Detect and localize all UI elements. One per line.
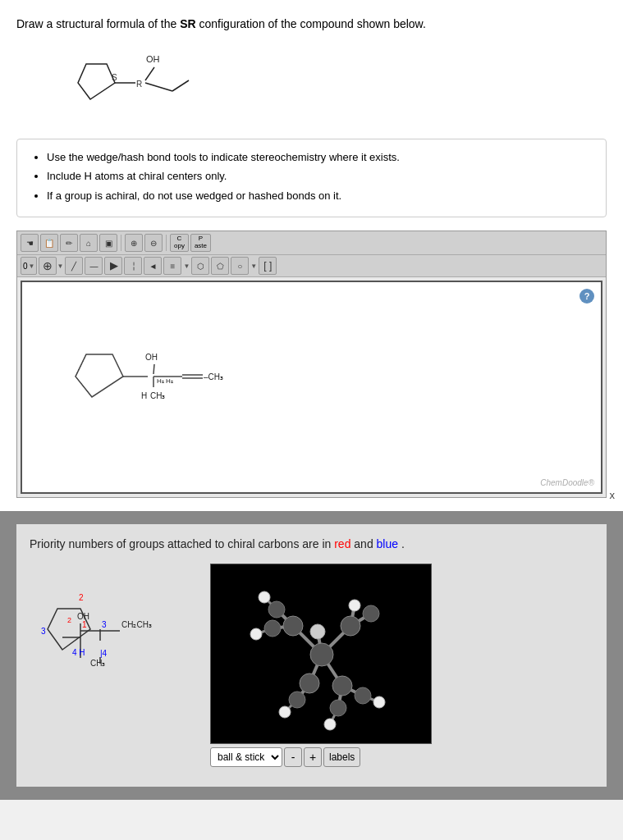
svg-line-11	[153, 364, 154, 374]
ring-tool-btn[interactable]: ⊕	[39, 257, 57, 275]
priority-label-text: Priority numbers of groups attached to c…	[30, 537, 334, 550]
circle-ring-btn[interactable]: ○	[231, 257, 249, 275]
eraser-btn[interactable]: ✏	[60, 234, 78, 252]
svg-text:3: 3	[41, 627, 46, 636]
bottom-panel: Priority numbers of groups attached to c…	[0, 511, 623, 800]
svg-point-62	[363, 605, 379, 622]
svg-point-59	[283, 616, 303, 636]
dashed-bond-btn[interactable]: ╎	[124, 257, 142, 275]
bracket-btn[interactable]: [ ]	[259, 257, 277, 275]
svg-point-57	[310, 643, 333, 666]
svg-point-65	[289, 692, 305, 708]
priority-text: Priority numbers of groups attached to c…	[30, 537, 593, 550]
help-icon[interactable]: ?	[579, 289, 594, 304]
zoom-in-mol-btn[interactable]: +	[304, 747, 322, 767]
svg-point-74	[373, 696, 385, 708]
svg-point-72	[279, 706, 291, 718]
toolbar-row1: ☚ 📋 ✏ ⌂ ▣ ⊕ ⊖ Copy Paste	[17, 231, 606, 255]
pentagon-btn[interactable]: ⬠	[211, 257, 229, 275]
question-suffix: configuration of the compound shown belo…	[196, 17, 426, 30]
svg-line-6	[145, 83, 172, 91]
svg-point-63	[268, 601, 285, 618]
atom-number-selector[interactable]: 0▼	[21, 257, 37, 275]
priority-svg: 2 OH 1 3 CH₂CH₃	[30, 572, 194, 687]
svg-point-69	[349, 600, 360, 611]
close-btn[interactable]: x	[610, 489, 616, 501]
svg-line-7	[172, 80, 189, 91]
single-bond-btn[interactable]: —	[85, 257, 103, 275]
zoom-out-mol-btn[interactable]: -	[284, 747, 302, 767]
svg-point-73	[324, 719, 336, 730]
priority-structure-diagram: 2 OH 1 3 CH₂CH₃	[30, 572, 194, 689]
svg-point-60	[300, 673, 319, 693]
svg-text:4 H: 4 H	[72, 648, 85, 657]
bottom-panel-inner: Priority numbers of groups attached to c…	[16, 524, 607, 787]
svg-text:CH₂CH₃: CH₂CH₃	[121, 620, 152, 629]
svg-text:2: 2	[79, 593, 84, 602]
svg-text:1: 1	[82, 620, 87, 629]
svg-marker-0	[78, 64, 115, 99]
svg-text:CH₃: CH₃	[150, 391, 165, 400]
paste-btn[interactable]: Paste	[190, 234, 211, 252]
page-content: Draw a structural formula of the SR conf…	[0, 0, 623, 511]
molecule-section: 2 OH 1 3 CH₂CH₃	[30, 564, 593, 767]
svg-point-67	[355, 687, 371, 704]
toolbar-sep1	[121, 235, 121, 251]
wedge-bond-btn[interactable]: ◄	[144, 257, 162, 275]
compound-svg: S R OH	[66, 46, 197, 120]
lasso-btn[interactable]: ⌂	[80, 234, 98, 252]
hexagon-btn[interactable]: ⬡	[191, 257, 209, 275]
question-text: Draw a structural formula of the SR conf…	[16, 16, 607, 33]
priority-red-word: red	[334, 537, 350, 550]
bold-bond-btn[interactable]: ▶	[104, 257, 122, 275]
svg-text:H: H	[141, 391, 147, 400]
zoom-in-btn[interactable]: ⊕	[125, 234, 143, 252]
mol-viewer-section: ball & stick - + labels	[210, 564, 432, 767]
rect-select-btn[interactable]: ▣	[99, 234, 117, 252]
instructions-box: Use the wedge/hash bond tools to indicat…	[16, 139, 607, 218]
svg-text:S: S	[112, 73, 117, 82]
svg-point-61	[332, 676, 352, 696]
bond-dropdown-arrow[interactable]: ▼	[183, 262, 190, 270]
svg-text:2: 2	[67, 616, 71, 624]
no-bond-btn[interactable]: ╱	[65, 257, 83, 275]
svg-point-71	[250, 628, 262, 640]
chemdoodle-watermark: ChemDoodle®	[540, 478, 594, 487]
svg-text:–CH₃: –CH₃	[204, 372, 223, 381]
question-bold: SR	[180, 17, 195, 30]
svg-point-58	[341, 616, 360, 636]
compound-structure: S R OH	[66, 46, 607, 122]
mol-3d-viewer[interactable]	[210, 564, 432, 744]
svg-text:R: R	[136, 80, 142, 89]
mol-viewer-controls: ball & stick - + labels	[210, 747, 360, 767]
toolbar-row2: 0▼ ⊕ ▼ ╱ — ▶ ╎ ◄ ≡ ▼ ⬡ ⬠ ○ ▼ [ ]	[17, 255, 606, 277]
svg-text:H₂ H₂: H₂ H₂	[157, 377, 173, 385]
priority-blue-word: blue	[377, 537, 398, 550]
ring-shape-dropdown-arrow[interactable]: ▼	[250, 262, 257, 270]
copy-page-btn[interactable]: 📋	[40, 234, 58, 252]
svg-text:3: 3	[102, 620, 107, 629]
toolbar-sep2	[166, 235, 167, 251]
question-prefix: Draw a structural formula of the	[16, 17, 180, 30]
hand-tool-btn[interactable]: ☚	[21, 234, 39, 252]
mol-3d-svg	[211, 564, 432, 744]
drawing-area[interactable]: ? OH H₂ H₂	[21, 281, 602, 494]
svg-point-66	[330, 700, 346, 716]
copy-btn[interactable]: Copy	[170, 234, 189, 252]
zoom-out-btn[interactable]: ⊖	[144, 234, 163, 252]
svg-text:|4: |4	[100, 649, 108, 658]
svg-text:CH₃: CH₃	[90, 659, 105, 668]
instruction-item-2: Include H atoms at chiral centers only.	[47, 168, 593, 185]
drawn-molecule: OH H₂ H₂ –CH₃ H CH₃	[39, 299, 285, 463]
svg-line-5	[145, 67, 154, 80]
instruction-item-3: If a group is achiral, do not use wedged…	[47, 188, 593, 204]
labels-btn[interactable]: labels	[323, 747, 360, 767]
svg-point-70	[259, 591, 270, 603]
priority-and-word: and	[354, 537, 376, 550]
ring-dropdown-arrow[interactable]: ▼	[57, 262, 63, 270]
svg-point-64	[264, 620, 281, 637]
display-mode-select[interactable]: ball & stick	[210, 747, 282, 767]
instructions-list: Use the wedge/hash bond tools to indicat…	[30, 149, 593, 204]
hash-bond-btn[interactable]: ≡	[163, 257, 181, 275]
svg-point-75	[310, 624, 325, 639]
